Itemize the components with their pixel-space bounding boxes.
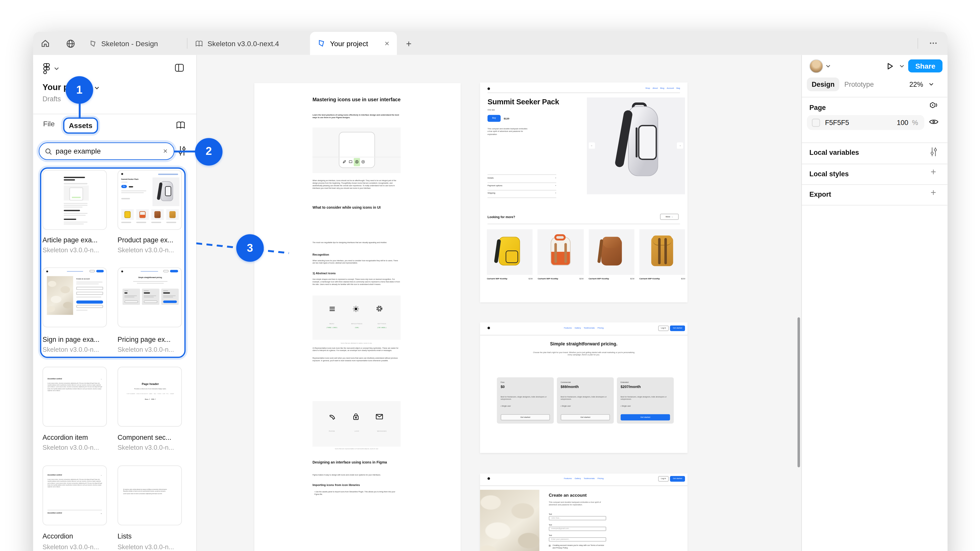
plan-feature: • Single user	[501, 405, 511, 407]
close-tab-icon[interactable]: ×	[385, 39, 390, 48]
tab-file[interactable]: File	[43, 120, 55, 127]
figma-menu-logo-icon[interactable]	[43, 63, 51, 74]
project-location: Drafts	[43, 95, 61, 102]
page-section-label: Page	[809, 104, 826, 111]
product-photo: ← →	[587, 97, 685, 194]
new-tab-button[interactable]: +	[403, 32, 414, 55]
home-icon[interactable]	[39, 32, 51, 55]
skeleton-line	[64, 207, 83, 208]
site-logo-dot	[487, 87, 490, 90]
chevron-down-icon[interactable]	[94, 86, 100, 90]
thumb-product-title: Summit Seeker Pack	[121, 178, 138, 181]
tab-your-project[interactable]: Your project ×	[310, 32, 397, 55]
asset-name: Product page ex...	[118, 236, 173, 244]
thumb-logo-dot	[121, 173, 123, 175]
pricing-heading: Simple straightforward pricing.	[480, 341, 687, 346]
plan-price: $207/month	[620, 385, 641, 389]
tab-assets[interactable]: Assets	[63, 118, 98, 134]
canvas-vertical-scrollbar[interactable]	[797, 317, 800, 467]
plan-cta-button: Get started	[501, 414, 550, 421]
asset-name: Component sec...	[118, 433, 171, 441]
asset-product-page-thumbnail[interactable]: Summit Seeker Pack Buy	[118, 170, 182, 230]
skeleton-line	[158, 174, 178, 175]
nav-link: Pricing	[597, 327, 604, 329]
add-style-plus-icon[interactable]: +	[931, 166, 936, 177]
frame-product-page[interactable]: Shop About Blog Account Bag Summit Seeke…	[480, 82, 687, 302]
variables-sliders-icon[interactable]	[929, 147, 938, 157]
chevron-down-icon[interactable]	[899, 64, 904, 68]
frame-article-page[interactable]: Mastering icons use in user interface Le…	[255, 83, 461, 551]
clear-search-icon[interactable]: ×	[163, 147, 167, 156]
tab-design[interactable]: Design	[807, 78, 839, 91]
color-swatch[interactable]	[812, 118, 820, 127]
divider	[487, 92, 680, 93]
skeleton-line	[64, 213, 88, 214]
window-more-menu[interactable]: •••	[926, 32, 941, 55]
asset-name: Lists	[118, 532, 131, 540]
share-button[interactable]: Share	[908, 59, 942, 73]
chevron-down-icon[interactable]	[929, 83, 934, 86]
get-started-button: Get started	[670, 476, 685, 481]
chevron-down-icon[interactable]	[826, 64, 831, 68]
apply-styles-icon[interactable]	[929, 101, 938, 111]
tab-prototype[interactable]: Prototype	[845, 81, 874, 88]
icon-label: MESSAGES	[368, 430, 396, 432]
article-h3: Recognition	[312, 253, 329, 256]
asset-component-section-thumbnail[interactable]: Page header Provides a robust set of non…	[118, 367, 182, 427]
thumb-card	[136, 209, 149, 220]
assets-search-field[interactable]: ×	[39, 142, 174, 160]
community-globe-icon[interactable]	[65, 32, 76, 55]
nav-link: Blog	[660, 87, 664, 89]
divider	[802, 142, 948, 143]
asset-signin-page-thumbnail[interactable]: Create an account	[43, 267, 107, 327]
field-label: Text	[549, 524, 552, 526]
asset-accordion-thumbnail[interactable]: Accordion control − Lorem ipsum dolor, s…	[43, 465, 107, 525]
asset-accordion-item-thumbnail[interactable]: Accordion control − Lorem ipsum dolor, s…	[43, 367, 107, 427]
collapse-minus: −	[101, 474, 102, 477]
add-export-plus-icon[interactable]: +	[931, 187, 936, 197]
annotation-badge-2: 2	[195, 138, 223, 165]
present-play-icon[interactable]	[886, 62, 894, 70]
user-avatar[interactable]	[809, 59, 823, 73]
nav-link: Account	[667, 87, 674, 89]
product-title: Summit Seeker Pack	[487, 97, 559, 106]
asset-article-page-thumbnail[interactable]	[43, 170, 107, 230]
thumb-product-image	[153, 178, 180, 206]
thumb-cta	[96, 270, 103, 272]
frame-pricing-page[interactable]: Features Gallery Testimonials Pricing Lo…	[480, 322, 687, 453]
article-h3: Importing icons from icon libraries	[312, 484, 360, 487]
visibility-eye-icon[interactable]	[929, 118, 939, 126]
target-icon	[361, 160, 365, 164]
asset-lists-thumbnail[interactable]: Id maxime optio soluta placeat ea eaque …	[118, 465, 182, 525]
nav-link: Gallery	[574, 477, 581, 480]
plan-tier: Free	[501, 381, 504, 383]
thumb-login	[89, 270, 95, 272]
product-size: One size	[487, 108, 495, 111]
zoom-level[interactable]: 22%	[909, 81, 923, 88]
tab-skeleton-design[interactable]: Skeleton - Design	[82, 32, 165, 55]
page-fill-row[interactable]: F5F5F5 100 %	[807, 115, 924, 130]
right-inspector-panel: Share Design Prototype 22% Page F5F5F5 1…	[802, 55, 948, 551]
libraries-book-icon[interactable]	[176, 121, 186, 130]
library-book-icon	[195, 40, 203, 47]
plan-price: $69/month	[561, 385, 579, 389]
plan-price: $0	[501, 385, 505, 389]
fill-opacity-value[interactable]: 100	[897, 119, 908, 126]
thumb-page-header-title: Page header	[118, 383, 182, 386]
asset-pricing-page-thumbnail[interactable]: Simple straightforward pricing.	[118, 267, 182, 327]
fill-hex-value[interactable]: F5F5F5	[825, 119, 849, 126]
signup-nav: Features Gallery Testimonials Pricing	[480, 477, 687, 480]
search-input[interactable]	[56, 148, 149, 155]
thumb-accordion-control: Accordion control	[48, 512, 62, 515]
annotation-connector-1	[78, 101, 80, 119]
tab-bar: Skeleton - Design Skeleton v3.0.0-next.4…	[33, 32, 948, 55]
asset-library: Skeleton v3.0.0-n...	[118, 444, 174, 451]
frame-signup-page[interactable]: Features Gallery Testimonials Pricing Lo…	[480, 473, 687, 551]
figma-window: Skeleton - Design Skeleton v3.0.0-next.4…	[33, 32, 948, 551]
tab-skeleton-library[interactable]: Skeleton v3.0.0-next.4	[188, 32, 286, 55]
thumb-list-item: Lorem ipsum dolor sit amet consectetur a…	[123, 493, 178, 495]
chevron-down-icon[interactable]	[54, 67, 59, 71]
design-canvas[interactable]: Mastering icons use in user interface Le…	[196, 55, 802, 551]
collapse-panel-icon[interactable]	[174, 63, 184, 73]
representative-icons-image: PHONE LOCK MESSAGES	[312, 401, 401, 447]
